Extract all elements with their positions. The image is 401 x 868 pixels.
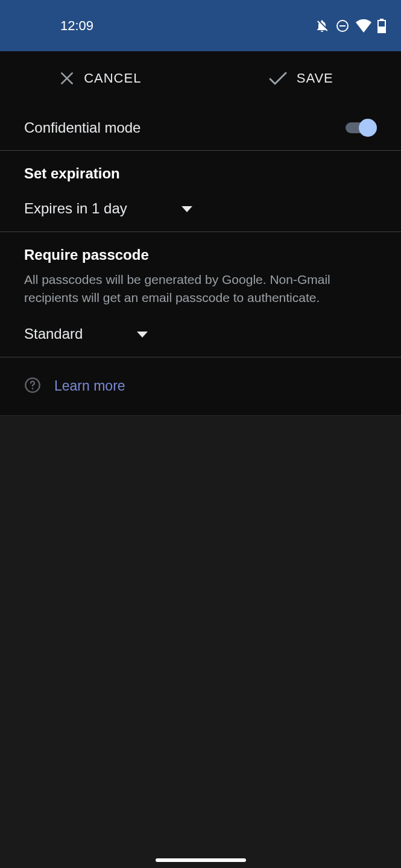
passcode-dropdown[interactable]: Standard	[24, 307, 377, 342]
check-icon	[268, 71, 288, 86]
status-time: 12:09	[0, 18, 93, 34]
save-button[interactable]: SAVE	[201, 51, 402, 105]
passcode-description: All passcodes will be generated by Googl…	[24, 271, 377, 307]
passcode-dropdown-value: Standard	[24, 326, 83, 342]
status-bar: 12:09	[0, 0, 401, 51]
confidential-mode-label: Confidential mode	[24, 119, 141, 136]
battery-icon	[377, 19, 386, 33]
confidential-mode-toggle[interactable]	[346, 119, 377, 137]
svg-point-6	[32, 388, 34, 389]
svg-rect-4	[378, 27, 385, 33]
expiration-title: Set expiration	[24, 165, 377, 182]
dnd-icon	[335, 19, 350, 33]
learn-more-link[interactable]: Learn more	[54, 378, 125, 394]
cancel-button-label: CANCEL	[84, 71, 141, 86]
confidential-mode-row: Confidential mode	[0, 105, 401, 151]
wifi-icon	[356, 19, 371, 33]
passcode-section: Require passcode All passcodes will be g…	[0, 232, 401, 357]
action-bar: CANCEL SAVE	[0, 51, 401, 105]
expiration-dropdown-value: Expires in 1 day	[24, 200, 127, 217]
expiration-dropdown[interactable]: Expires in 1 day	[24, 182, 377, 217]
close-icon	[59, 71, 75, 86]
expiration-section: Set expiration Expires in 1 day	[0, 151, 401, 232]
cancel-button[interactable]: CANCEL	[0, 51, 201, 105]
status-icons	[315, 19, 386, 33]
notifications-off-icon	[315, 19, 329, 33]
chevron-down-icon	[182, 200, 192, 217]
save-button-label: SAVE	[297, 71, 333, 86]
nav-handle[interactable]	[156, 858, 246, 862]
learn-more-row: Learn more	[0, 357, 401, 416]
chevron-down-icon	[137, 326, 148, 342]
help-icon	[24, 377, 41, 396]
passcode-title: Require passcode	[24, 247, 377, 263]
